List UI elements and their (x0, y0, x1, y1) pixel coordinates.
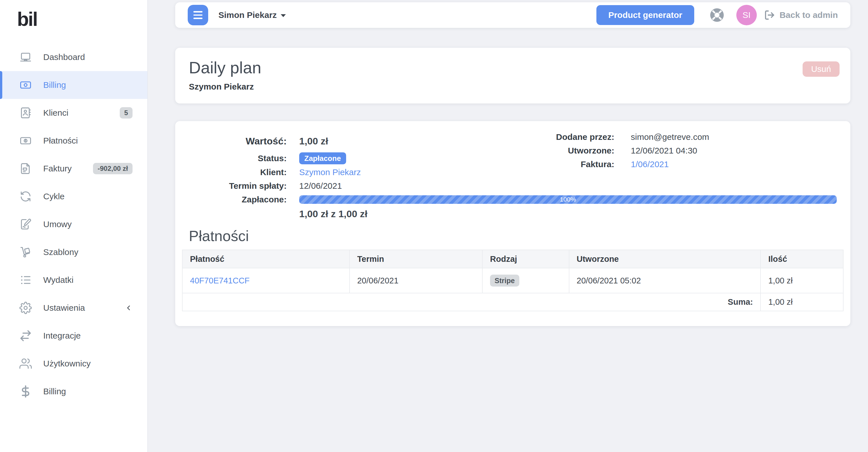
sidebar-item-cykle[interactable]: Cykle (0, 183, 147, 211)
sum-label: Suma: (182, 293, 761, 311)
payments-table-wrap: PłatnośćTerminRodzajUtworzoneIlość 40F70… (182, 250, 843, 311)
detail-label: Wartość: (189, 135, 287, 147)
detail-link[interactable]: 1/06/2021 (631, 159, 669, 169)
arrows-swap-icon (19, 329, 32, 342)
sidebar: bil DashboardBillingKlienci5PłatnościFak… (0, 0, 148, 452)
dollar-icon (19, 385, 32, 398)
utworzone-cell: 20/06/2021 05:02 (569, 268, 761, 293)
detail-row: Utworzone:12/06/2021 04:30 (540, 145, 709, 156)
banknote-icon (19, 79, 32, 91)
payment-link[interactable]: 40F70E741CCF (190, 276, 250, 285)
user-menu[interactable]: Simon Piekarz (218, 10, 286, 20)
detail-left-column: Wartość:1,00 złStatus:ZapłaconeKlient:Sz… (189, 135, 837, 220)
page-subtitle: Szymon Piekarz (189, 82, 837, 92)
sidebar-nav: DashboardBillingKlienci5PłatnościFaktury… (0, 43, 147, 406)
payment-type-badge: Stripe (490, 275, 519, 287)
ilosc-cell: 1,00 zł (761, 268, 843, 293)
progress-bar: 100% (299, 195, 837, 204)
sidebar-item-label: Umowy (43, 220, 72, 229)
sidebar-item-ustawienia[interactable]: Ustawienia (0, 294, 147, 322)
detail-label: Status: (189, 153, 287, 164)
table-header-row: PłatnośćTerminRodzajUtworzoneIlość (182, 250, 843, 268)
list-icon (19, 274, 32, 286)
detail-row: 1,00 zł z 1,00 zł (189, 207, 837, 220)
detail-label: Faktura: (540, 159, 614, 170)
sidebar-item-umowy[interactable]: Umowy (0, 211, 147, 238)
sidebar-item-label: Billing (43, 80, 66, 90)
sidebar-item-label: Użytkownicy (43, 359, 91, 368)
sidebar-item-label: Płatności (43, 136, 78, 146)
payments-heading: Płatności (189, 227, 837, 245)
logout-icon (764, 10, 775, 21)
daily-plan-card: Daily plan Szymon Piekarz Usuń (175, 48, 850, 103)
sidebar-item-faktury[interactable]: Faktury-902,00 zł (0, 155, 147, 183)
chevron-left-icon (125, 304, 132, 312)
main-area: Simon Piekarz Product generator SI Back … (148, 0, 868, 452)
table-footer-row: Suma: 1,00 zł (182, 293, 843, 311)
sidebar-item-płatności[interactable]: Płatności (0, 127, 147, 155)
detail-link[interactable]: Szymon Piekarz (299, 167, 361, 177)
sidebar-item-label: Cykle (43, 192, 65, 201)
gear-icon (19, 302, 32, 314)
chevron-down-icon (281, 14, 286, 17)
table-row: 40F70E741CCF20/06/2021Stripe20/06/2021 0… (182, 268, 843, 293)
detail-row: Termin spłaty:12/06/2021 (189, 180, 837, 192)
detail-value: 1,00 zł (299, 135, 328, 147)
app-root: bil DashboardBillingKlienci5PłatnościFak… (0, 0, 868, 452)
column-header-utworzone: Utworzone (569, 250, 761, 268)
detail-value: 12/06/2021 (299, 180, 342, 192)
sidebar-item-billing[interactable]: Billing (0, 71, 147, 99)
detail-row: Faktura:1/06/2021 (540, 159, 709, 170)
contacts-icon (19, 107, 32, 119)
detail-row: Wartość:1,00 zł (189, 135, 837, 147)
column-header-termin: Termin (349, 250, 482, 268)
detail-label: Zapłacone: (189, 194, 287, 205)
back-to-admin-label: Back to admin (780, 10, 838, 20)
life-buoy-icon[interactable] (710, 8, 724, 23)
sum-value: 1,00 zł (761, 293, 843, 311)
banknote-coin-icon (19, 134, 32, 147)
detail-row: Dodane przez:simon@getreve.com (540, 131, 709, 143)
app-logo: bil (17, 8, 147, 30)
detail-value: simon@getreve.com (631, 131, 709, 143)
payments-table: PłatnośćTerminRodzajUtworzoneIlość 40F70… (182, 250, 843, 311)
progress-label: 100% (299, 195, 837, 204)
refresh-icon (19, 190, 32, 203)
sidebar-badge: 5 (120, 107, 132, 119)
detail-row: Status:Zapłacone (189, 152, 837, 164)
sidebar-item-użytkownicy[interactable]: Użytkownicy (0, 350, 147, 378)
product-generator-button[interactable]: Product generator (596, 5, 694, 25)
sidebar-item-label: Faktury (43, 164, 72, 173)
topbar-right: Product generator SI Back to admin (596, 5, 838, 25)
termin-cell: 20/06/2021 (349, 268, 482, 293)
detail-row: Klient:Szymon Piekarz (189, 167, 837, 178)
sidebar-item-label: Billing (43, 387, 66, 396)
back-to-admin-link[interactable]: Back to admin (764, 10, 838, 21)
rodzaj-cell: Stripe (482, 268, 569, 293)
topbar: Simon Piekarz Product generator SI Back … (175, 2, 850, 28)
detail-label: Klient: (189, 167, 287, 178)
user-menu-label: Simon Piekarz (218, 10, 277, 20)
avatar[interactable]: SI (736, 5, 757, 25)
sidebar-item-szablony[interactable]: Szablony (0, 238, 147, 266)
delete-button[interactable]: Usuń (803, 61, 840, 77)
users-icon (19, 357, 32, 370)
column-header-rodzaj: Rodzaj (482, 250, 569, 268)
detail-row: Zapłacone:100% (189, 194, 837, 205)
detail-label: Utworzone: (540, 145, 614, 156)
sidebar-item-label: Klienci (43, 108, 68, 118)
sidebar-item-dashboard[interactable]: Dashboard (0, 43, 147, 71)
hamburger-icon (193, 11, 203, 12)
hand-truck-icon (19, 246, 32, 258)
invoice-icon (19, 162, 32, 175)
contract-pen-icon (19, 218, 32, 231)
sidebar-item-billing[interactable]: Billing (0, 378, 147, 406)
sidebar-item-wydatki[interactable]: Wydatki (0, 266, 147, 294)
menu-toggle-button[interactable] (188, 5, 208, 25)
sidebar-item-klienci[interactable]: Klienci5 (0, 99, 147, 127)
sidebar-item-integracje[interactable]: Integracje (0, 322, 147, 350)
detail-right-column: Dodane przez:simon@getreve.comUtworzone:… (540, 131, 709, 172)
detail-value: 12/06/2021 04:30 (631, 145, 698, 156)
detail-label: Dodane przez: (540, 131, 614, 143)
detail-label: Termin spłaty: (189, 180, 287, 192)
